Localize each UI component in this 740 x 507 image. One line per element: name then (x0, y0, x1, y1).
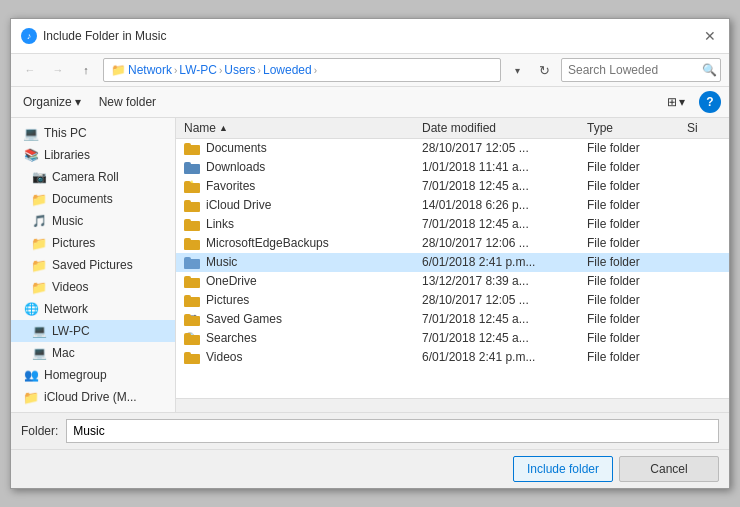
sidebar-item-libraries[interactable]: 📚 Libraries (11, 144, 175, 166)
help-button[interactable]: ? (699, 91, 721, 113)
file-cell-name-music: Music (176, 255, 414, 269)
new-folder-label: New folder (99, 95, 156, 109)
breadcrumb-network-label[interactable]: Network (128, 63, 172, 77)
sidebar-item-camera-roll[interactable]: 📷 Camera Roll (11, 166, 175, 188)
col-type[interactable]: Type (579, 121, 679, 135)
sidebar-item-pictures[interactable]: 📁 Pictures (11, 232, 175, 254)
view-button[interactable]: ⊞ ▾ (663, 93, 689, 111)
sidebar-label-documents: Documents (52, 192, 113, 206)
documents-folder-icon: 📁 (31, 191, 47, 207)
file-row-onedrive[interactable]: OneDrive 13/12/2017 8:39 a... File folde… (176, 272, 729, 291)
file-list-area: Name ▲ Date modified Type Si Documents 2… (176, 118, 729, 412)
sidebar-item-this-pc[interactable]: 💻 This PC (11, 122, 175, 144)
file-cell-type-music: File folder (579, 255, 679, 269)
file-row-searches[interactable]: 🔍 Searches 7/01/2018 12:45 a... File fol… (176, 329, 729, 348)
sidebar-item-music[interactable]: 🎵 Music (11, 210, 175, 232)
icloud-icon: 📁 (23, 389, 39, 405)
sidebar-item-saved-pictures[interactable]: 📁 Saved Pictures (11, 254, 175, 276)
file-row-downloads[interactable]: Downloads 1/01/2018 11:41 a... File fold… (176, 158, 729, 177)
sidebar-label-this-pc: This PC (44, 126, 87, 140)
organize-arrow: ▾ (75, 95, 81, 109)
breadcrumb-lwpc[interactable]: LW-PC (179, 63, 217, 77)
file-cell-date-saved-games: 7/01/2018 12:45 a... (414, 312, 579, 326)
search-input[interactable] (561, 58, 721, 82)
sidebar-label-pictures: Pictures (52, 236, 95, 250)
file-cell-type-searches: File folder (579, 331, 679, 345)
sidebar-label-lw-pc: LW-PC (52, 324, 90, 338)
file-cell-name-documents: Documents (176, 141, 414, 155)
file-list-scroll[interactable]: Documents 28/10/2017 12:05 ... File fold… (176, 139, 729, 398)
sidebar-item-icloud[interactable]: 📁 iCloud Drive (M... (11, 386, 175, 408)
new-folder-button[interactable]: New folder (95, 93, 160, 111)
col-date[interactable]: Date modified (414, 121, 579, 135)
close-button[interactable]: ✕ (701, 27, 719, 45)
breadcrumb-dropdown-button[interactable]: ▾ (507, 59, 527, 81)
dialog-icon: ♪ (21, 28, 37, 44)
main-area: 💻 This PC 📚 Libraries 📷 Camera Roll 📁 Do… (11, 118, 729, 412)
folder-input[interactable] (66, 419, 719, 443)
back-button[interactable]: ← (19, 59, 41, 81)
forward-button[interactable]: → (47, 59, 69, 81)
col-name[interactable]: Name ▲ (176, 121, 414, 135)
sidebar-label-network: Network (44, 302, 88, 316)
file-cell-name-downloads: Downloads (176, 160, 414, 174)
file-cell-type-saved-games: File folder (579, 312, 679, 326)
file-row-edge-backups[interactable]: MicrosoftEdgeBackups 28/10/2017 12:06 ..… (176, 234, 729, 253)
file-cell-name-searches: 🔍 Searches (176, 331, 414, 345)
folder-icon-searches: 🔍 (184, 332, 200, 345)
include-folder-dialog: ♪ Include Folder in Music ✕ ← → ↑ 📁 Docu… (10, 18, 730, 489)
file-cell-type-videos: File folder (579, 350, 679, 364)
file-list-header: Name ▲ Date modified Type Si (176, 118, 729, 139)
col-sort-icon: ▲ (219, 123, 228, 133)
folder-icon-favorites: ⭐ (184, 180, 200, 193)
sidebar-item-videos[interactable]: 📁 Videos (11, 276, 175, 298)
file-cell-date-favorites: 7/01/2018 12:45 a... (414, 179, 579, 193)
videos-folder-icon: 📁 (31, 279, 47, 295)
file-row-pictures[interactable]: Pictures 28/10/2017 12:05 ... File folde… (176, 291, 729, 310)
button-bar: Include folder Cancel (11, 449, 729, 488)
homegroup-icon: 👥 (23, 367, 39, 383)
sidebar-item-documents[interactable]: 📁 Documents (11, 188, 175, 210)
view-arrow: ▾ (679, 95, 685, 109)
sidebar-label-homegroup: Homegroup (44, 368, 107, 382)
breadcrumb-sep4: › (314, 65, 317, 76)
refresh-button[interactable]: ↻ (533, 59, 555, 81)
up-button[interactable]: ↑ (75, 59, 97, 81)
title-bar-left: ♪ Include Folder in Music (21, 28, 166, 44)
breadcrumb-sep2: › (219, 65, 222, 76)
folder-bar: Folder: (11, 412, 729, 449)
sidebar-item-lw-pc[interactable]: 💻 LW-PC (11, 320, 175, 342)
file-row-documents[interactable]: Documents 28/10/2017 12:05 ... File fold… (176, 139, 729, 158)
search-icon: 🔍 (702, 63, 717, 77)
file-cell-type-documents: File folder (579, 141, 679, 155)
file-row-favorites[interactable]: ⭐ Favorites 7/01/2018 12:45 a... File fo… (176, 177, 729, 196)
sidebar-item-homegroup[interactable]: 👥 Homegroup (11, 364, 175, 386)
breadcrumb-loweded[interactable]: Loweded (263, 63, 312, 77)
horizontal-scrollbar[interactable] (176, 398, 729, 412)
include-folder-button[interactable]: Include folder (513, 456, 613, 482)
sidebar-item-network[interactable]: 🌐 Network (11, 298, 175, 320)
view-icon: ⊞ (667, 95, 677, 109)
file-row-icloud[interactable]: iCloud Drive 14/01/2018 6:26 p... File f… (176, 196, 729, 215)
col-size[interactable]: Si (679, 121, 729, 135)
file-cell-name-pictures: Pictures (176, 293, 414, 307)
folder-icon-edge (184, 237, 200, 250)
file-row-saved-games[interactable]: 🎮 Saved Games 7/01/2018 12:45 a... File … (176, 310, 729, 329)
sidebar-item-mac[interactable]: 💻 Mac (11, 342, 175, 364)
file-row-music[interactable]: Music 6/01/2018 2:41 p.m... File folder (176, 253, 729, 272)
pc-icon: 💻 (23, 125, 39, 141)
file-cell-type-links: File folder (579, 217, 679, 231)
cancel-button[interactable]: Cancel (619, 456, 719, 482)
pictures-folder-icon: 📁 (31, 235, 47, 251)
breadcrumb-users[interactable]: Users (224, 63, 255, 77)
sidebar-label-libraries: Libraries (44, 148, 90, 162)
network-icon: 🌐 (23, 301, 39, 317)
file-cell-date-pictures: 28/10/2017 12:05 ... (414, 293, 579, 307)
mac-icon: 💻 (31, 345, 47, 361)
file-row-links[interactable]: Links 7/01/2018 12:45 a... File folder (176, 215, 729, 234)
organize-button[interactable]: Organize ▾ (19, 93, 85, 111)
breadcrumb-sep1: › (174, 65, 177, 76)
file-cell-name-videos: Videos (176, 350, 414, 364)
file-row-videos[interactable]: Videos 6/01/2018 2:41 p.m... File folder (176, 348, 729, 367)
breadcrumb: 📁 Documents Network › LW-PC › Users › Lo… (103, 58, 501, 82)
